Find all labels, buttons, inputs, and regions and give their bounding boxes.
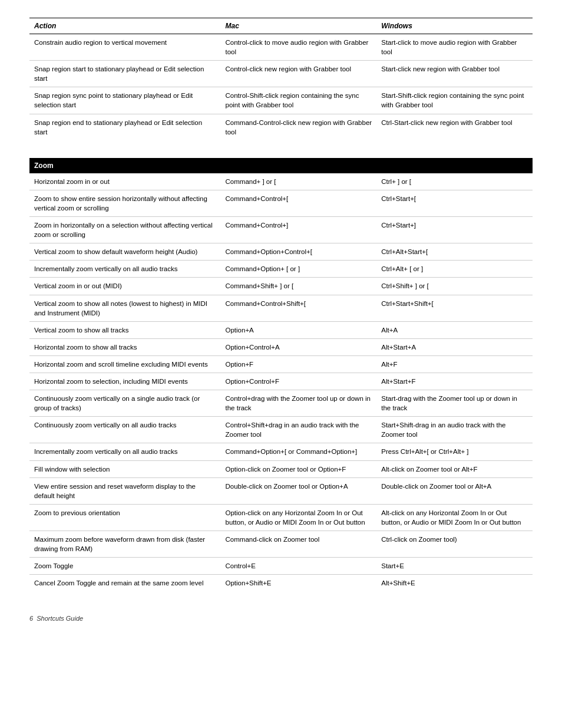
table-row: Snap region start to stationary playhead… — [29, 61, 533, 87]
cell-mac: Option+Shift+E — [221, 575, 377, 592]
cell-mac: Option+Control+F — [221, 373, 377, 390]
cell-windows: Ctrl+Alt+Start+[ — [376, 243, 533, 261]
table-row: Vertical zoom to show all tracks Option+… — [29, 321, 533, 338]
cell-windows: Start-drag with the Zoomer tool up or do… — [376, 390, 533, 417]
cell-action: Snap region end to stationary playhead o… — [29, 114, 221, 140]
cell-windows: Double-click on Zoomer tool or Alt+A — [376, 477, 533, 504]
table-row: Vertical zoom to show default waveform h… — [29, 243, 533, 261]
cell-action: Snap region sync point to stationary pla… — [29, 87, 221, 114]
cell-mac: Double-click on Zoomer tool or Option+A — [221, 477, 377, 504]
cell-action: View entire session and reset waveform d… — [29, 477, 221, 504]
cell-mac: Control+drag with the Zoomer tool up or … — [221, 390, 377, 417]
cell-action: Horizontal zoom to show all tracks — [29, 338, 221, 355]
cell-mac: Command+Shift+ ] or [ — [221, 278, 377, 295]
table-row: Snap region sync point to stationary pla… — [29, 87, 533, 114]
cell-action: Maximum zoom before waveform drawn from … — [29, 531, 221, 558]
cell-windows: Start-Shift-click region containing the … — [376, 87, 533, 114]
col-header-mac: Mac — [221, 18, 377, 34]
cell-windows: Ctrl+Start+Shift+[ — [376, 295, 533, 321]
cell-action: Fill window with selection — [29, 460, 221, 477]
table-row: Zoom to show entire session horizontally… — [29, 190, 533, 216]
cell-mac: Control+Shift+drag in an audio track wit… — [221, 417, 377, 443]
guide-name: Shortcuts Guide — [37, 615, 83, 622]
zoom-mac-header — [221, 158, 377, 173]
table-row: Continuously zoom vertically on all audi… — [29, 417, 533, 443]
cell-action: Horizontal zoom to selection, including … — [29, 373, 221, 390]
table-row: Horizontal zoom to selection, including … — [29, 373, 533, 390]
cell-mac: Command+Option+Control+[ — [221, 243, 377, 261]
zoom-section-title: Zoom — [29, 158, 221, 173]
table-row: Incrementally zoom vertically on all aud… — [29, 443, 533, 460]
cell-windows: Ctrl+Start+] — [376, 217, 533, 243]
table-row: Constrain audio region to vertical movem… — [29, 34, 533, 61]
cell-mac: Option+Control+A — [221, 338, 377, 355]
cell-windows: Press Ctrl+Alt+[ or Ctrl+Alt+ ] — [376, 443, 533, 460]
table-row: Maximum zoom before waveform drawn from … — [29, 531, 533, 558]
cell-mac: Command+ ] or [ — [221, 173, 377, 190]
col-header-windows: Windows — [376, 18, 533, 34]
table-row: Horizontal zoom and scroll timeline excl… — [29, 355, 533, 373]
cell-mac: Option+F — [221, 355, 377, 373]
cell-mac: Command-Control-click new region with Gr… — [221, 114, 377, 140]
cell-windows: Ctrl+Start+[ — [376, 190, 533, 216]
cell-mac: Control-Shift-click region containing th… — [221, 87, 377, 114]
page-footer: 6 Shortcuts Guide — [29, 615, 533, 622]
cell-action: Vertical zoom to show all tracks — [29, 321, 221, 338]
table-row: Zoom Toggle Control+E Start+E — [29, 558, 533, 575]
cell-windows: Ctrl-click on Zoomer tool) — [376, 531, 533, 558]
cell-mac: Command+Option+[ or Command+Option+] — [221, 443, 377, 460]
cell-action: Incrementally zoom vertically on all aud… — [29, 443, 221, 460]
cell-action: Zoom to previous orientation — [29, 504, 221, 531]
cell-mac: Command+Control+] — [221, 217, 377, 243]
cell-action: Continuously zoom vertically on a single… — [29, 390, 221, 417]
cell-windows: Start-click to move audio region with Gr… — [376, 34, 533, 61]
table-row: Zoom in horizontally on a selection with… — [29, 217, 533, 243]
region-snap-table: Action Mac Windows Constrain audio regio… — [29, 18, 533, 140]
cell-mac: Command+Option+ [ or ] — [221, 261, 377, 278]
cell-mac: Control-click to move audio region with … — [221, 34, 377, 61]
table-row: Snap region end to stationary playhead o… — [29, 114, 533, 140]
cell-windows: Alt+Start+F — [376, 373, 533, 390]
cell-mac: Control-click new region with Grabber to… — [221, 61, 377, 87]
zoom-windows-header — [376, 158, 533, 173]
cell-windows: Start+Shift-drag in an audio track with … — [376, 417, 533, 443]
cell-windows: Start+E — [376, 558, 533, 575]
table-row: Horizontal zoom to show all tracks Optio… — [29, 338, 533, 355]
cell-action: Vertical zoom to show default waveform h… — [29, 243, 221, 261]
cell-action: Continuously zoom vertically on all audi… — [29, 417, 221, 443]
table-row: Incrementally zoom vertically on all aud… — [29, 261, 533, 278]
cell-windows: Alt+Shift+E — [376, 575, 533, 592]
table-row: Zoom to previous orientation Option-clic… — [29, 504, 533, 531]
cell-mac: Option+A — [221, 321, 377, 338]
cell-windows: Start-click new region with Grabber tool — [376, 61, 533, 87]
cell-action: Constrain audio region to vertical movem… — [29, 34, 221, 61]
table-row: View entire session and reset waveform d… — [29, 477, 533, 504]
cell-action: Zoom to show entire session horizontally… — [29, 190, 221, 216]
table-row: Fill window with selection Option-click … — [29, 460, 533, 477]
cell-action: Vertical zoom to show all notes (lowest … — [29, 295, 221, 321]
cell-mac: Command+Control+Shift+[ — [221, 295, 377, 321]
cell-windows: Ctrl-Start-click new region with Grabber… — [376, 114, 533, 140]
cell-action: Snap region start to stationary playhead… — [29, 61, 221, 87]
cell-action: Vertical zoom in or out (MIDI) — [29, 278, 221, 295]
table-row: Vertical zoom to show all notes (lowest … — [29, 295, 533, 321]
cell-mac: Option-click on Zoomer tool or Option+F — [221, 460, 377, 477]
cell-action: Zoom in horizontally on a selection with… — [29, 217, 221, 243]
cell-windows: Alt-click on Zoomer tool or Alt+F — [376, 460, 533, 477]
cell-windows: Ctrl+Alt+ [ or ] — [376, 261, 533, 278]
table-row: Cancel Zoom Toggle and remain at the sam… — [29, 575, 533, 592]
cell-mac: Command-click on Zoomer tool — [221, 531, 377, 558]
cell-windows: Alt+Start+A — [376, 338, 533, 355]
cell-mac: Option-click on any Horizontal Zoom In o… — [221, 504, 377, 531]
col-header-action: Action — [29, 18, 221, 34]
cell-mac: Command+Control+[ — [221, 190, 377, 216]
cell-windows: Alt+F — [376, 355, 533, 373]
cell-action: Horizontal zoom and scroll timeline excl… — [29, 355, 221, 373]
cell-windows: Ctrl+ ] or [ — [376, 173, 533, 190]
cell-action: Cancel Zoom Toggle and remain at the sam… — [29, 575, 221, 592]
table-row: Horizontal zoom in or out Command+ ] or … — [29, 173, 533, 190]
cell-action: Horizontal zoom in or out — [29, 173, 221, 190]
cell-action: Incrementally zoom vertically on all aud… — [29, 261, 221, 278]
cell-windows: Ctrl+Shift+ ] or [ — [376, 278, 533, 295]
cell-windows: Alt+A — [376, 321, 533, 338]
